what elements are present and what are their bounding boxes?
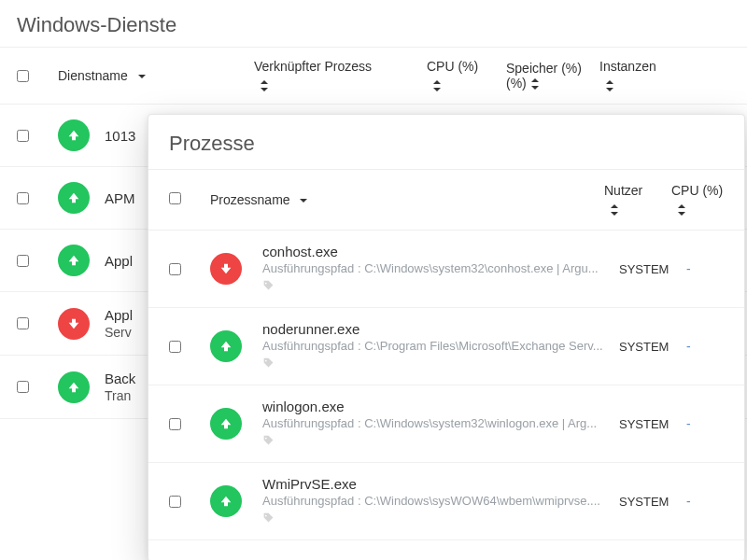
process-user: SYSTEM xyxy=(619,340,686,354)
sort-updown-icon[interactable] xyxy=(605,77,665,92)
process-name: WmiPrvSE.exe xyxy=(262,476,610,492)
tag-icon xyxy=(262,357,610,371)
process-path: Ausführungspfad : C:\Windows\system32\wi… xyxy=(262,416,610,430)
sort-updown-icon[interactable] xyxy=(432,77,506,92)
services-select-all-checkbox[interactable] xyxy=(17,70,29,82)
process-row-checkbox[interactable] xyxy=(169,341,181,353)
tag-icon xyxy=(262,434,610,449)
services-col-memory-pct: (%) xyxy=(506,76,599,91)
tag-icon xyxy=(262,511,610,526)
status-up-icon xyxy=(58,245,90,276)
sort-desc-icon[interactable] xyxy=(137,68,147,83)
status-up-icon xyxy=(58,371,90,403)
process-path: Ausführungspfad : C:\Program Files\Micro… xyxy=(262,339,610,353)
process-name: conhost.exe xyxy=(262,244,610,259)
process-row-checkbox[interactable] xyxy=(169,263,181,275)
status-up-icon xyxy=(58,182,90,214)
processes-panel: Prozesse Prozessname Nutzer CPU (%) conh… xyxy=(148,114,745,560)
processes-col-name[interactable]: Prozessname xyxy=(210,192,290,207)
sort-updown-icon[interactable] xyxy=(610,202,671,217)
services-col-linked-process[interactable]: Verknüpfter Prozess xyxy=(254,59,427,74)
service-row-checkbox[interactable] xyxy=(17,130,29,142)
sort-desc-icon[interactable] xyxy=(299,192,308,207)
process-row-checkbox[interactable] xyxy=(169,418,181,430)
processes-column-headers: Prozessname Nutzer CPU (%) xyxy=(148,170,744,231)
status-down-icon xyxy=(210,253,242,285)
services-col-name[interactable]: Dienstname xyxy=(58,68,128,83)
sort-updown-icon[interactable] xyxy=(677,202,724,217)
process-row-checkbox[interactable] xyxy=(169,496,181,508)
services-title: Windows-Dienste xyxy=(0,0,747,48)
process-user: SYSTEM xyxy=(619,417,686,431)
service-row-checkbox[interactable] xyxy=(17,317,29,329)
processes-title: Prozesse xyxy=(148,115,744,170)
service-row-checkbox[interactable] xyxy=(17,192,29,204)
services-column-headers: Dienstname Verknüpfter Prozess CPU (%) S… xyxy=(0,48,747,105)
process-cpu: - xyxy=(686,416,724,431)
process-cpu: - xyxy=(686,339,724,354)
processes-select-all-checkbox[interactable] xyxy=(169,192,181,204)
process-user: SYSTEM xyxy=(619,262,686,276)
tag-icon xyxy=(262,279,610,294)
service-row-checkbox[interactable] xyxy=(17,255,29,267)
processes-col-cpu[interactable]: CPU (%) xyxy=(671,183,724,198)
process-path: Ausführungspfad : C:\Windows\sysWOW64\wb… xyxy=(262,494,610,508)
process-cpu: - xyxy=(686,494,724,509)
sort-updown-icon[interactable] xyxy=(260,77,427,92)
services-col-instances[interactable]: Instanzen xyxy=(599,59,665,74)
services-col-cpu[interactable]: CPU (%) xyxy=(427,59,506,74)
process-row[interactable]: WmiPrvSE.exeAusführungspfad : C:\Windows… xyxy=(148,463,744,540)
status-up-icon xyxy=(210,485,242,517)
process-row[interactable]: winlogon.exeAusführungspfad : C:\Windows… xyxy=(148,385,744,463)
service-row-checkbox[interactable] xyxy=(17,381,29,393)
services-col-memory[interactable]: Speicher (%) xyxy=(506,61,599,76)
process-name: winlogon.exe xyxy=(262,399,610,414)
process-row[interactable]: noderunner.exeAusführungspfad : C:\Progr… xyxy=(148,308,744,385)
process-name: noderunner.exe xyxy=(262,321,610,337)
status-down-icon xyxy=(58,308,90,340)
process-user: SYSTEM xyxy=(619,495,686,509)
status-up-icon xyxy=(58,119,90,151)
status-up-icon xyxy=(210,408,242,440)
status-up-icon xyxy=(210,330,242,362)
processes-col-user[interactable]: Nutzer xyxy=(604,183,671,198)
process-cpu: - xyxy=(686,261,724,276)
process-path: Ausführungspfad : C:\Windows\system32\co… xyxy=(262,261,610,275)
process-row[interactable]: conhost.exeAusführungspfad : C:\Windows\… xyxy=(148,231,744,308)
